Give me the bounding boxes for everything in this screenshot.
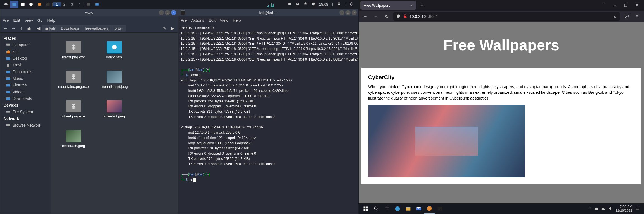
new-tab-button[interactable]: + bbox=[418, 1, 426, 9]
term-titlebar[interactable]: kali@kali: ~ − □ × bbox=[178, 9, 358, 16]
browser-close-button[interactable]: × bbox=[632, 1, 642, 10]
fm-place-music[interactable]: Music bbox=[0, 75, 51, 82]
tray-notifications-icon[interactable] bbox=[635, 206, 640, 211]
taskbar-network-icon[interactable] bbox=[296, 2, 300, 7]
fm-device-filesystem[interactable]: File System bbox=[0, 109, 51, 115]
taskbar-app-firefox[interactable] bbox=[35, 1, 44, 8]
taskbar-lock-icon[interactable] bbox=[337, 2, 341, 7]
taskbar-app-edge[interactable] bbox=[392, 203, 403, 214]
shield-icon[interactable] bbox=[396, 14, 401, 19]
fm-path-back[interactable]: ◀ bbox=[35, 25, 42, 31]
fm-content[interactable]: forest.png.exe index.html mountains.png.… bbox=[51, 33, 178, 214]
taskbar-app-firefox-win[interactable] bbox=[424, 203, 435, 214]
fm-file-mountianart[interactable]: mountianart.jpeg bbox=[95, 66, 134, 93]
fm-menu-view[interactable]: View bbox=[25, 18, 33, 23]
fm-file-street[interactable]: street.png.exe bbox=[54, 95, 93, 123]
term-minimize-button[interactable]: − bbox=[339, 10, 344, 15]
search-button[interactable] bbox=[371, 203, 382, 214]
browser-menu-button[interactable]: ≡ bbox=[633, 13, 641, 20]
fm-menu-file[interactable]: File bbox=[3, 18, 9, 23]
browser-reload-button[interactable]: ↻ bbox=[383, 13, 390, 20]
taskbar-power-icon[interactable] bbox=[311, 2, 315, 7]
term-menu-file[interactable]: File bbox=[181, 18, 187, 23]
browser-content[interactable]: Free Wallpapers CyberCity When you think… bbox=[359, 22, 644, 203]
fm-place-trash[interactable]: Trash bbox=[0, 62, 51, 68]
browser-minimize-button[interactable]: − bbox=[609, 1, 620, 10]
browser-url-bar[interactable]: 10.0.2.16:8081 ☆ bbox=[393, 12, 620, 21]
taskbar-app-mail[interactable] bbox=[413, 203, 424, 214]
fm-menu-help[interactable]: Help bbox=[47, 18, 55, 23]
tab-close-button[interactable]: × bbox=[411, 3, 413, 8]
fm-menu-edit[interactable]: Edit bbox=[13, 18, 20, 23]
taskbar-clock[interactable]: 19:09 bbox=[319, 2, 328, 6]
lock-insecure-icon[interactable] bbox=[403, 14, 407, 19]
term-menu-actions[interactable]: Actions bbox=[191, 18, 204, 23]
fm-path-forward[interactable]: ▶ bbox=[169, 25, 176, 32]
fm-place-videos[interactable]: Videos bbox=[0, 88, 51, 95]
taskbar-app-running-2[interactable] bbox=[93, 1, 101, 8]
fm-path-freewallpapers[interactable]: freewallpapers bbox=[82, 25, 112, 32]
taskbar-logout-icon[interactable] bbox=[350, 2, 354, 7]
fm-path-home[interactable]: kali bbox=[42, 25, 58, 32]
fm-minimize-button[interactable]: − bbox=[159, 10, 164, 15]
fm-file-mountains[interactable]: mountains.png.exe bbox=[54, 66, 93, 93]
browser-pocket-icon[interactable] bbox=[623, 13, 631, 20]
taskbar-screenshot-icon[interactable] bbox=[288, 2, 292, 7]
fm-edit-path-button[interactable]: ✎ bbox=[162, 25, 168, 32]
cybercity-image[interactable] bbox=[368, 105, 525, 177]
term-output[interactable]: 0100101 Firefox/91.0" 10.0.2.15 - - [26/… bbox=[178, 24, 358, 184]
workspace-1[interactable]: 1 bbox=[53, 2, 60, 6]
fm-place-downloads[interactable]: Downloads bbox=[0, 95, 51, 102]
fm-titlebar[interactable]: www − □ × bbox=[0, 9, 178, 16]
fm-back-button[interactable]: ← bbox=[3, 25, 9, 32]
fm-place-desktop[interactable]: Desktop bbox=[0, 55, 51, 62]
fm-file-treecrash[interactable]: treecrash.jpeg bbox=[54, 125, 93, 153]
browser-forward-button[interactable]: → bbox=[372, 13, 380, 20]
bookmark-icon[interactable]: ☆ bbox=[614, 14, 617, 19]
fm-place-pictures[interactable]: Pictures bbox=[0, 82, 51, 88]
fm-network-browse[interactable]: Browse Network bbox=[0, 122, 51, 129]
term-close-button[interactable]: × bbox=[352, 10, 357, 15]
fm-place-documents[interactable]: Documents bbox=[0, 68, 51, 75]
fm-path-downloads[interactable]: Downloads bbox=[58, 25, 82, 32]
tray-network-icon[interactable] bbox=[601, 206, 605, 211]
start-button[interactable] bbox=[360, 203, 371, 214]
taskbar-app-filemanager[interactable] bbox=[10, 1, 18, 8]
tray-chevron-icon[interactable]: ˄ bbox=[589, 207, 591, 211]
fm-path-www[interactable]: www bbox=[112, 25, 126, 32]
tray-onedrive-icon[interactable] bbox=[594, 206, 598, 211]
taskbar-app-terminal[interactable] bbox=[44, 1, 52, 8]
taskbar-app-terminal-win[interactable] bbox=[435, 203, 445, 214]
taskbar-app-explorer[interactable] bbox=[403, 203, 413, 214]
fm-forward-button[interactable]: → bbox=[10, 25, 16, 32]
task-view-button[interactable] bbox=[382, 203, 392, 214]
browser-maximize-button[interactable]: □ bbox=[621, 1, 631, 10]
fm-home-button[interactable] bbox=[26, 25, 32, 32]
fm-file-forest[interactable]: forest.png.exe bbox=[54, 36, 93, 64]
workspace-2[interactable]: 2 bbox=[61, 2, 68, 6]
fm-file-streetart[interactable]: streetart.jpeg bbox=[95, 95, 134, 123]
taskbar-app-running-1[interactable] bbox=[84, 1, 93, 8]
fm-menu-go[interactable]: Go bbox=[37, 18, 43, 23]
term-menu-edit[interactable]: Edit bbox=[209, 18, 215, 23]
tray-clock[interactable]: 7:09 PM 11/26/2022 bbox=[615, 205, 632, 213]
term-maximize-button[interactable]: □ bbox=[345, 10, 351, 15]
browser-back-button[interactable]: ← bbox=[361, 13, 369, 20]
fm-maximize-button[interactable]: □ bbox=[165, 10, 170, 15]
browser-tab-active[interactable]: Free Wallpapers × bbox=[360, 1, 416, 10]
taskbar-app-filemanager-2[interactable] bbox=[18, 1, 27, 8]
fm-place-computer[interactable]: Computer bbox=[0, 42, 51, 48]
fm-place-kali[interactable]: kali bbox=[0, 48, 51, 55]
tray-volume-icon[interactable] bbox=[608, 206, 613, 211]
term-menu-view[interactable]: View bbox=[220, 18, 228, 23]
workspace-4[interactable]: 4 bbox=[76, 2, 83, 6]
kali-menu-icon[interactable] bbox=[2, 1, 10, 8]
workspace-3[interactable]: 3 bbox=[68, 2, 76, 6]
taskbar-app-browser[interactable] bbox=[27, 1, 35, 8]
fm-close-button[interactable]: × bbox=[171, 10, 176, 15]
taskbar-notifications-icon[interactable] bbox=[304, 2, 307, 7]
fm-up-button[interactable]: ↑ bbox=[18, 25, 24, 32]
browser-dropdown-icon[interactable]: ˅ bbox=[598, 1, 609, 10]
fm-file-index[interactable]: index.html bbox=[95, 36, 134, 64]
term-menu-help[interactable]: Help bbox=[233, 18, 241, 23]
